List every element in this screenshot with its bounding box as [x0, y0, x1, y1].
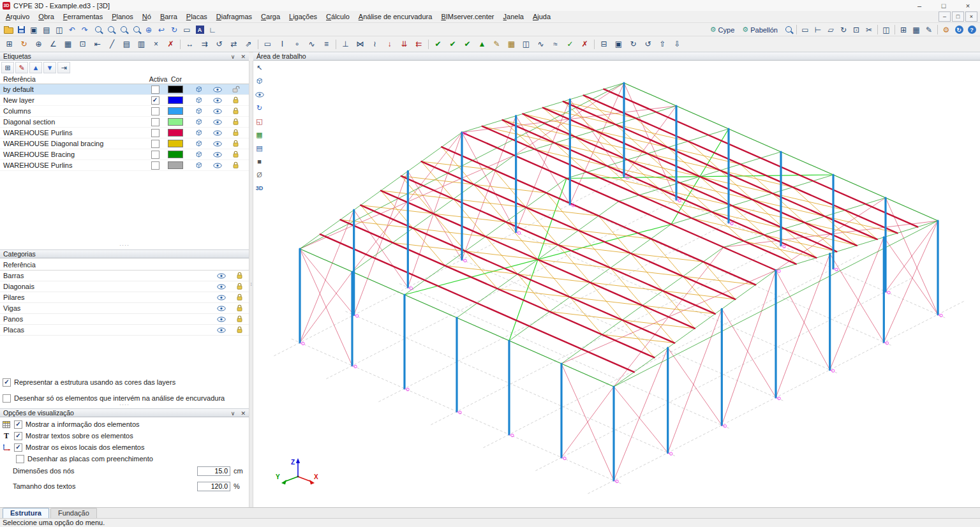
doc-minimize-button[interactable]: – — [939, 11, 951, 22]
select-pointer-icon[interactable]: ↖ — [254, 63, 265, 73]
center-origin-icon[interactable]: ⊕ — [31, 38, 46, 50]
tab-fundacao[interactable]: Fundação — [50, 508, 97, 518]
delete-bar-icon[interactable]: ✗ — [163, 38, 178, 50]
blocks-icon[interactable]: ▣ — [611, 38, 626, 50]
dimension-line-icon[interactable]: ⇤ — [90, 38, 105, 50]
copy-bars-icon[interactable]: ⇉ — [197, 38, 212, 50]
doc-restore-button[interactable]: □ — [952, 11, 964, 22]
clipboard-icon[interactable]: ⊡ — [850, 24, 863, 36]
save-work-icon[interactable] — [15, 24, 27, 36]
export-view-icon[interactable]: ▣ — [27, 24, 40, 36]
displacements-icon[interactable]: ≈ — [548, 38, 563, 50]
zoom-out-icon[interactable] — [130, 24, 142, 36]
layer-row[interactable]: WAREHOUSE Purlins — [0, 160, 249, 171]
rotate-90-icon[interactable]: ↻ — [626, 38, 641, 50]
updates-icon[interactable]: ↻ — [953, 24, 965, 36]
intersect-bars-icon[interactable]: × — [149, 38, 163, 50]
menu-barra[interactable]: Barra — [156, 11, 182, 22]
layer-active-checkbox[interactable] — [151, 151, 160, 159]
visibility-icon[interactable] — [254, 89, 265, 100]
layer-color-swatch[interactable] — [168, 107, 183, 115]
move-layer-up-icon[interactable]: ▲ — [29, 62, 42, 73]
menu-ajuda[interactable]: Ajuda — [528, 11, 555, 22]
buckling-coefficients-icon[interactable]: ∿ — [304, 38, 319, 50]
layer-active-checkbox[interactable] — [151, 161, 160, 170]
layer-active-checkbox[interactable] — [151, 140, 160, 148]
layer-color-swatch[interactable] — [168, 129, 183, 137]
check-selection-icon[interactable]: ✔ — [445, 38, 460, 50]
layer-row[interactable]: WAREHOUSE Bracing — [0, 149, 249, 160]
cype-connect-button[interactable]: ⚙Cype — [706, 24, 739, 36]
combinations-icon[interactable]: ◫ — [519, 38, 533, 50]
category-eye-icon[interactable] — [212, 273, 230, 279]
splitter-handle[interactable]: ···· — [0, 404, 249, 408]
linear-load-icon[interactable]: ⇊ — [397, 38, 412, 50]
category-eye-icon[interactable] — [212, 284, 230, 290]
layer-active-checkbox[interactable] — [151, 96, 160, 105]
text-size-input[interactable] — [197, 482, 230, 491]
category-row[interactable]: Panos — [0, 314, 249, 325]
layer-row[interactable]: New layer — [0, 95, 249, 106]
show-element-info-checkbox[interactable] — [14, 420, 22, 429]
check-bar-icon[interactable]: ✔ — [431, 38, 445, 50]
pabellon-connect-button[interactable]: ⚙Pabellón — [738, 24, 782, 36]
category-lock-icon[interactable] — [230, 283, 249, 290]
menu-carga[interactable]: Carga — [256, 11, 285, 22]
panel-splitter[interactable]: ⁞ — [249, 61, 253, 507]
point-load-icon[interactable]: ↓ — [382, 38, 397, 50]
view-manager-icon[interactable]: ⊞ — [2, 38, 17, 50]
menu-diafragmas[interactable]: Diafragmas — [212, 11, 256, 22]
layer-3d-cube-icon[interactable] — [189, 140, 208, 147]
menu-ligacoes[interactable]: Ligações — [285, 11, 322, 22]
close-button[interactable]: × — [956, 0, 980, 11]
help-icon[interactable]: ? — [965, 24, 978, 36]
collapse-opcoes-icon[interactable]: ∨ — [231, 410, 235, 418]
elastic-supports-icon[interactable]: ≀ — [368, 38, 382, 50]
user-account-icon[interactable]: ⚙ — [940, 24, 953, 36]
category-row[interactable]: Vigas — [0, 303, 249, 314]
assign-to-layer-icon[interactable]: ⇥ — [57, 62, 70, 73]
window-fit-icon[interactable]: ▭ — [181, 24, 193, 36]
rotate-bars-icon[interactable]: ↺ — [212, 38, 226, 50]
layer-color-swatch[interactable] — [168, 96, 183, 104]
reference-grid-view-icon[interactable]: ▦ — [254, 130, 265, 140]
envelope-results-icon[interactable]: ▲ — [475, 38, 489, 50]
category-row[interactable]: Diagonais — [0, 281, 249, 292]
labels-display-icon[interactable]: ▱ — [824, 24, 837, 36]
edit-layer-icon[interactable]: ✎ — [15, 62, 28, 73]
node-size-input[interactable] — [197, 466, 230, 476]
previous-view-icon[interactable]: ↩ — [155, 24, 168, 36]
surface-load-icon[interactable]: ⇇ — [412, 38, 426, 50]
new-bar-icon[interactable]: ╱ — [105, 38, 119, 50]
scale-bars-icon[interactable]: ⇗ — [241, 38, 256, 50]
add-layer-icon[interactable]: ⊞ — [1, 62, 14, 73]
zoom-window-icon[interactable] — [91, 24, 104, 36]
forces-diagram-icon[interactable]: ∿ — [533, 38, 548, 50]
redraw-icon[interactable]: ↻ — [168, 24, 181, 36]
pan-icon[interactable]: ⊕ — [142, 24, 155, 36]
layer-color-swatch[interactable] — [168, 140, 183, 147]
history-icon[interactable]: ↻ — [837, 24, 850, 36]
free-rotate-icon[interactable]: ↺ — [641, 38, 655, 50]
solid-view-icon[interactable]: ■ — [254, 156, 265, 167]
layer-3d-cube-icon[interactable] — [189, 151, 208, 158]
zoom-in-icon[interactable] — [117, 24, 130, 36]
structure-3d-view[interactable]: ZXY — [253, 61, 980, 507]
edit-loads-icon[interactable]: ✎ — [489, 38, 504, 50]
layer-color-swatch[interactable] — [168, 85, 183, 93]
layer-3d-cube-icon[interactable] — [189, 85, 208, 93]
annotate-icon[interactable]: ✎ — [923, 24, 935, 36]
workspace[interactable]: ZXY ↖↻◱▦▤■Ø3D — [253, 61, 980, 507]
group-manager-icon[interactable]: ⊟ — [597, 38, 611, 50]
layer-lock-icon[interactable] — [226, 85, 245, 93]
category-lock-icon[interactable] — [230, 326, 249, 334]
undo-icon[interactable]: ↶ — [66, 24, 78, 36]
layer-eye-icon[interactable] — [208, 130, 226, 136]
buckling-elements-checkbox[interactable] — [3, 394, 11, 403]
object-snap-icon[interactable]: ⊡ — [75, 38, 90, 50]
layer-3d-cube-icon[interactable] — [189, 107, 208, 115]
layer-lock-icon[interactable] — [226, 107, 245, 115]
bar-matrix-icon[interactable]: ▥ — [134, 38, 149, 50]
layer-3d-cube-icon[interactable] — [189, 118, 208, 126]
layer-eye-icon[interactable] — [208, 141, 226, 147]
